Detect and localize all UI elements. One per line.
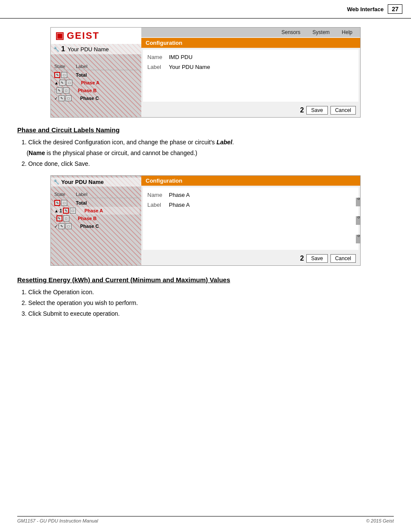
pdu-name-label: Your PDU Name bbox=[68, 46, 109, 53]
main-content: Sensors System Help ▣GEIST 🔧 1 Your PDU … bbox=[0, 27, 411, 318]
row-num: 1 bbox=[59, 208, 62, 213]
row-icons-2c: ✎ □ bbox=[59, 223, 80, 229]
wrench-icon: 🔧 bbox=[53, 47, 59, 52]
op-icon-2b[interactable]: □ bbox=[63, 215, 69, 221]
row-icons-2b: ✎ □ bbox=[56, 215, 78, 221]
op-icon-2c[interactable]: □ bbox=[65, 223, 72, 229]
op-icon-2a[interactable]: □ bbox=[70, 208, 76, 214]
row-name-2c: Phase C bbox=[80, 224, 138, 229]
state-header: State bbox=[54, 64, 76, 69]
row-icons: ✎ □ bbox=[54, 72, 76, 78]
config-footer: 2 Save Cancel bbox=[141, 103, 360, 117]
table-row-2: ▲ 1 ✎ □ Phase A bbox=[53, 207, 140, 215]
config-icon-2c[interactable]: ✎ bbox=[59, 223, 65, 229]
right-label-d2: D bbox=[356, 216, 360, 225]
cancel-button[interactable]: Cancel bbox=[330, 106, 356, 115]
save-button-2[interactable]: Save bbox=[306, 254, 327, 263]
section1-heading: Phase and Circuit Labels Naming bbox=[17, 126, 394, 134]
step-number-2: 2 bbox=[300, 255, 304, 262]
state-symbol: ▲ bbox=[54, 81, 59, 85]
name-value: IMD PDU bbox=[169, 54, 193, 60]
config-icon[interactable]: ✎ bbox=[54, 72, 60, 78]
state-symbol: ✓ bbox=[54, 96, 58, 101]
row-icons-2: ✎ □ bbox=[54, 200, 76, 206]
table-row: : ✎ □ Phase B bbox=[53, 87, 140, 94]
config-icon-2b[interactable]: ✎ bbox=[56, 215, 62, 221]
page-footer: GM1157 - GU PDU Instruction Manual © 201… bbox=[17, 516, 394, 523]
screenshot-1: Sensors System Help ▣GEIST 🔧 1 Your PDU … bbox=[50, 27, 361, 118]
pdu-sidebar: ▣GEIST 🔧 1 Your PDU Name State Label ✎ □ bbox=[51, 28, 141, 118]
config-icon[interactable]: ✎ bbox=[56, 87, 62, 93]
help-tab[interactable]: Help bbox=[336, 28, 358, 36]
op-icon[interactable]: □ bbox=[66, 80, 72, 86]
row-name: Phase B bbox=[78, 88, 138, 93]
section2-instructions: 1. Click the Operation icon. 2. Select t… bbox=[17, 288, 394, 318]
config-icon[interactable]: ✎ bbox=[59, 95, 65, 101]
pdu-name-row: 🔧 1 Your PDU Name bbox=[51, 44, 141, 54]
page-header: Web Interface 27 bbox=[0, 0, 411, 19]
row-name: Phase A bbox=[81, 80, 138, 85]
row-name-2b: Phase B bbox=[78, 216, 138, 221]
config-name-field-2: Name Phase A bbox=[147, 192, 354, 198]
label-label: Label bbox=[147, 64, 169, 70]
cancel-button-2[interactable]: Cancel bbox=[330, 254, 356, 263]
row-name: Phase C bbox=[80, 96, 138, 101]
right-side-labels: D D D bbox=[356, 193, 360, 248]
op-icon[interactable]: □ bbox=[63, 87, 69, 93]
list-item: 2. Once done, click Save. bbox=[22, 159, 394, 168]
list-item: 1. Click the desired Configuration icon,… bbox=[22, 138, 394, 147]
name-label-2: Name bbox=[147, 192, 169, 198]
pdu-sidebar-2: 🔧 Your PDU Name State Label ✎ □ Total ▲ bbox=[51, 176, 141, 266]
state-symbol-2c: ✓ bbox=[54, 224, 58, 229]
label-emphasis: Label bbox=[216, 139, 232, 146]
config-icon-2a[interactable]: ✎ bbox=[63, 208, 69, 214]
table-row: ✓ ✎ □ Phase C bbox=[53, 94, 140, 102]
config-header-label-2: Configuration bbox=[141, 176, 360, 186]
label-label-2: Label bbox=[147, 202, 169, 208]
config-name-field: Name IMD PDU bbox=[147, 54, 354, 60]
save-button[interactable]: Save bbox=[306, 106, 327, 115]
geist-logo: ▣GEIST bbox=[55, 30, 101, 41]
table-row: ✎ □ Total bbox=[53, 71, 140, 79]
row-name-2: Total bbox=[76, 200, 138, 205]
config-body: Name IMD PDU Label Your PDU Name bbox=[143, 50, 358, 102]
op-icon[interactable]: □ bbox=[65, 95, 72, 101]
name-emphasis: Name bbox=[28, 149, 45, 156]
pdu-number: 1 bbox=[61, 45, 65, 53]
system-tab[interactable]: System bbox=[306, 28, 336, 36]
list-item-s2: 2. Select the operation you wish to perf… bbox=[22, 299, 394, 308]
table-row-2c: ✓ ✎ □ Phase C bbox=[53, 222, 140, 230]
state-symbol-2: ▲ bbox=[54, 208, 59, 213]
footer-left: GM1157 - GU PDU Instruction Manual bbox=[17, 518, 98, 523]
row-icons: ✎ □ bbox=[59, 95, 80, 101]
page-number: 27 bbox=[388, 4, 402, 14]
pdu-name-label-2: Your PDU Name bbox=[61, 179, 104, 185]
nav-tabs-bar: Sensors System Help bbox=[141, 28, 360, 37]
op-icon-2[interactable]: □ bbox=[61, 200, 67, 206]
row-icons: ✎ □ bbox=[59, 80, 81, 86]
screenshot-2: 🔧 Your PDU Name State Label ✎ □ Total ▲ bbox=[50, 175, 361, 266]
config-icon-2[interactable]: ✎ bbox=[54, 200, 60, 206]
state-symbol-2b: : bbox=[54, 216, 56, 221]
pdu-name-row-2: 🔧 Your PDU Name bbox=[51, 177, 141, 187]
config-header-label: Configuration bbox=[141, 38, 360, 48]
row-name: Total bbox=[76, 72, 138, 78]
table-header: State Label bbox=[53, 63, 140, 70]
label-header-2: Label bbox=[76, 192, 138, 197]
state-header-2: State bbox=[54, 192, 76, 197]
label-value-2: Phase A bbox=[169, 202, 190, 208]
config-body-2: Name Phase A Label Phase A bbox=[143, 187, 358, 250]
row-icons-2: ✎ □ bbox=[63, 208, 84, 214]
geist-logo-text: GEIST bbox=[67, 30, 100, 41]
state-symbol: : bbox=[54, 88, 56, 93]
config-label-field-2: Label Phase A bbox=[147, 202, 354, 208]
table-header-2: State Label bbox=[53, 191, 140, 198]
sensors-tab[interactable]: Sensors bbox=[275, 28, 306, 36]
config-icon[interactable]: ✎ bbox=[59, 80, 65, 86]
wrench-icon-2: 🔧 bbox=[53, 179, 59, 185]
config-footer-2: 2 Save Cancel bbox=[141, 252, 360, 265]
table-row-2: ✎ □ Total bbox=[53, 199, 140, 207]
config-label-field: Label Your PDU Name bbox=[147, 64, 354, 70]
op-icon[interactable]: □ bbox=[61, 72, 67, 78]
geist-logo-icon: ▣ bbox=[55, 30, 65, 41]
